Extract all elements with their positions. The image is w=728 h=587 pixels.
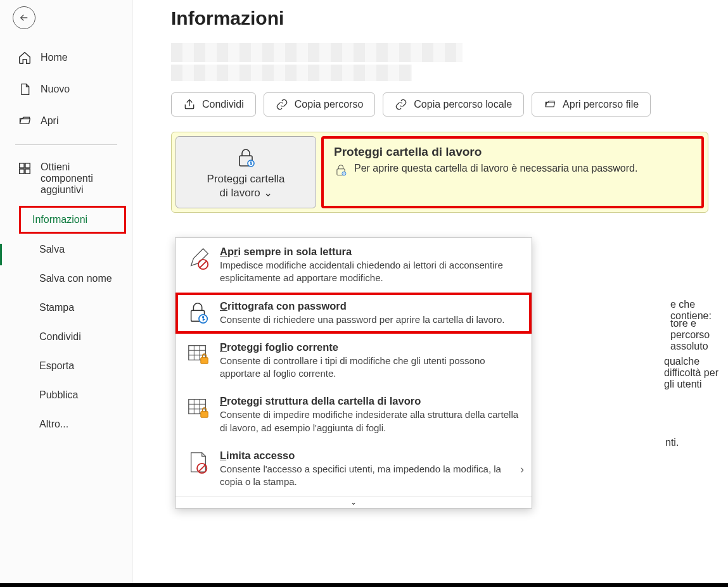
sidebar: Home Nuovo Apri Ottienicomponentiaggiunt… bbox=[0, 0, 133, 587]
document-restrict-icon bbox=[186, 450, 211, 475]
bg-text: nti. bbox=[665, 437, 679, 448]
card-description: Per aprire questa cartella di lavoro è n… bbox=[354, 163, 637, 174]
nav-share[interactable]: Condividi bbox=[0, 322, 132, 351]
nav-saveas[interactable]: Salva con nome bbox=[0, 264, 132, 293]
protect-status-highlighted: Proteggi cartella di lavoro Per aprire q… bbox=[321, 136, 704, 208]
nav-label: Informazioni bbox=[32, 214, 87, 225]
open-file-location-button[interactable]: Apri percorso file bbox=[532, 92, 651, 117]
svg-rect-0 bbox=[20, 163, 24, 168]
nav-new[interactable]: Nuovo bbox=[0, 73, 132, 105]
back-button[interactable] bbox=[13, 6, 35, 29]
svg-rect-26 bbox=[201, 412, 208, 418]
nav-open[interactable]: Apri bbox=[0, 105, 132, 137]
svg-point-6 bbox=[250, 161, 252, 163]
menu-item-desc: Consente l'accesso a specifici utenti, m… bbox=[220, 463, 521, 489]
nav-label: Apri bbox=[41, 115, 58, 127]
menu-item-title: Crittografa con password bbox=[220, 300, 521, 312]
menu-item-title: Limita accesso bbox=[220, 450, 521, 462]
copy-local-path-button[interactable]: Copia percorso locale bbox=[383, 92, 524, 117]
menu-protect-structure[interactable]: Proteggi struttura della cartella di lav… bbox=[176, 388, 532, 442]
lock-icon bbox=[234, 147, 257, 167]
menu-item-title: Apri sempre in sola lettura bbox=[220, 246, 521, 258]
menu-restrict-access[interactable]: Limita accesso Consente l'accesso a spec… bbox=[176, 442, 532, 496]
menu-scroll-down[interactable]: ⌄ bbox=[176, 496, 532, 508]
home-icon bbox=[18, 51, 32, 65]
nav-publish[interactable]: Pubblica bbox=[0, 381, 132, 410]
file-name-redacted bbox=[171, 43, 463, 62]
file-path-redacted bbox=[171, 65, 412, 81]
svg-point-9 bbox=[343, 172, 344, 173]
folder-open-icon bbox=[18, 114, 32, 128]
chevron-right-icon: › bbox=[520, 462, 524, 476]
workbook-lock-icon bbox=[186, 395, 211, 420]
arrow-left-icon bbox=[18, 12, 30, 23]
menu-open-readonly[interactable]: Apri sempre in sola lettura Impedisce mo… bbox=[176, 238, 532, 293]
menu-item-desc: Consente di richiedere una password per … bbox=[220, 313, 521, 326]
link-icon bbox=[276, 98, 288, 111]
selected-accent bbox=[0, 244, 2, 265]
protect-button-label: Proteggi cartelladi lavoro ⌄ bbox=[207, 172, 285, 200]
protect-workbook-card: Proteggi cartelladi lavoro ⌄ Proteggi ca… bbox=[171, 132, 708, 213]
svg-line-11 bbox=[200, 261, 207, 268]
share-button[interactable]: Condividi bbox=[171, 92, 256, 117]
copy-path-button[interactable]: Copia percorso bbox=[264, 92, 376, 117]
svg-rect-20 bbox=[201, 357, 208, 363]
svg-rect-2 bbox=[20, 169, 24, 174]
card-title: Proteggi cartella di lavoro bbox=[334, 145, 691, 159]
bg-text: qualche difficoltà per gli utenti bbox=[664, 356, 728, 390]
nav-print[interactable]: Stampa bbox=[0, 293, 132, 322]
menu-item-desc: Consente di controllare i tipi di modifi… bbox=[220, 355, 521, 381]
protect-workbook-menu: Apri sempre in sola lettura Impedisce mo… bbox=[175, 237, 532, 508]
menu-item-title: Proteggi foglio corrente bbox=[220, 341, 521, 353]
nav-info-highlighted[interactable]: Informazioni bbox=[19, 206, 126, 234]
chevron-down-icon: ⌄ bbox=[264, 187, 272, 199]
svg-rect-1 bbox=[25, 163, 30, 168]
toolbar: Condividi Copia percorso Copia percorso … bbox=[171, 92, 728, 117]
nav-addins[interactable]: Ottienicomponentiaggiuntivi bbox=[0, 153, 132, 205]
page-title: Informazioni bbox=[171, 8, 728, 29]
menu-encrypt-password-highlighted[interactable]: Crittografa con password Consente di ric… bbox=[176, 293, 532, 334]
sheet-lock-icon bbox=[186, 341, 211, 367]
menu-item-desc: Impedisce modifiche accidentali chiedend… bbox=[220, 259, 521, 285]
menu-item-desc: Consente di impedire modifiche indesider… bbox=[220, 408, 521, 434]
svg-line-28 bbox=[198, 465, 205, 472]
nav-label: Nuovo bbox=[41, 84, 70, 95]
link-icon bbox=[395, 98, 407, 111]
lock-key-icon bbox=[186, 300, 211, 325]
lock-key-icon bbox=[334, 163, 348, 177]
readonly-pencil-icon bbox=[186, 246, 211, 271]
nav-home[interactable]: Home bbox=[0, 42, 132, 73]
svg-rect-3 bbox=[25, 169, 30, 174]
protect-workbook-button[interactable]: Proteggi cartelladi lavoro ⌄ bbox=[176, 136, 316, 208]
divider bbox=[15, 144, 117, 145]
folder-open-icon bbox=[544, 99, 556, 110]
bg-text: tore e percorso assoluto bbox=[670, 318, 728, 352]
nav-export[interactable]: Esporta bbox=[0, 351, 132, 381]
nav-other[interactable]: Altro... bbox=[0, 410, 132, 439]
nav-save[interactable]: Salva bbox=[0, 235, 132, 264]
menu-item-title: Proteggi struttura della cartella di lav… bbox=[220, 395, 521, 407]
addins-icon bbox=[18, 161, 32, 175]
document-icon bbox=[18, 82, 32, 96]
nav-label: Ottienicomponentiaggiuntivi bbox=[41, 161, 93, 196]
window-bottom-edge bbox=[0, 583, 728, 587]
nav-label: Home bbox=[41, 52, 68, 63]
menu-protect-sheet[interactable]: Proteggi foglio corrente Consente di con… bbox=[176, 334, 532, 388]
share-icon bbox=[183, 98, 196, 111]
